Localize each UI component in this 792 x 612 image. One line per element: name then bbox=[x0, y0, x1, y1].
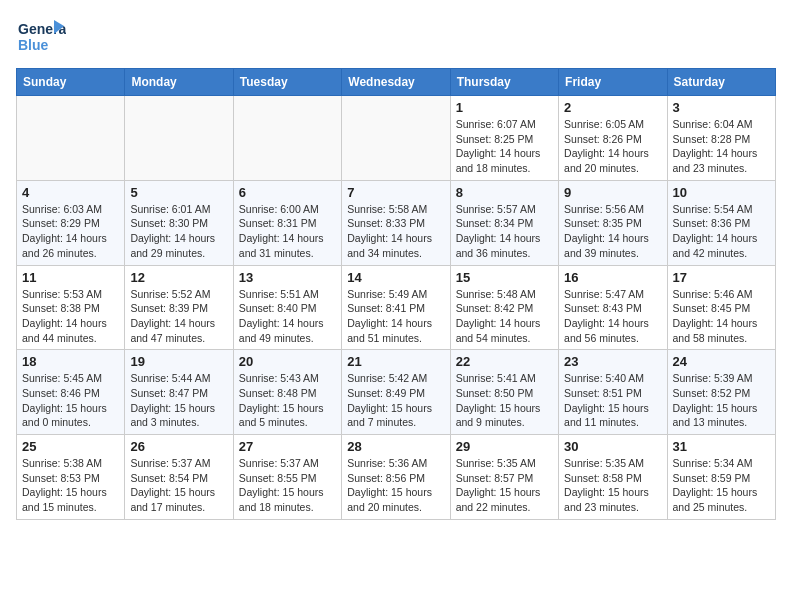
day-info: Sunrise: 6:03 AM Sunset: 8:29 PM Dayligh… bbox=[22, 202, 119, 261]
calendar-cell: 19Sunrise: 5:44 AM Sunset: 8:47 PM Dayli… bbox=[125, 350, 233, 435]
day-number: 27 bbox=[239, 439, 336, 454]
calendar-cell: 18Sunrise: 5:45 AM Sunset: 8:46 PM Dayli… bbox=[17, 350, 125, 435]
header-wednesday: Wednesday bbox=[342, 69, 450, 96]
calendar-cell: 14Sunrise: 5:49 AM Sunset: 8:41 PM Dayli… bbox=[342, 265, 450, 350]
day-info: Sunrise: 5:41 AM Sunset: 8:50 PM Dayligh… bbox=[456, 371, 553, 430]
calendar-cell: 21Sunrise: 5:42 AM Sunset: 8:49 PM Dayli… bbox=[342, 350, 450, 435]
day-info: Sunrise: 6:04 AM Sunset: 8:28 PM Dayligh… bbox=[673, 117, 770, 176]
calendar-cell: 4Sunrise: 6:03 AM Sunset: 8:29 PM Daylig… bbox=[17, 180, 125, 265]
week-row-2: 11Sunrise: 5:53 AM Sunset: 8:38 PM Dayli… bbox=[17, 265, 776, 350]
day-info: Sunrise: 6:00 AM Sunset: 8:31 PM Dayligh… bbox=[239, 202, 336, 261]
calendar-cell: 1Sunrise: 6:07 AM Sunset: 8:25 PM Daylig… bbox=[450, 96, 558, 181]
calendar-cell: 13Sunrise: 5:51 AM Sunset: 8:40 PM Dayli… bbox=[233, 265, 341, 350]
day-number: 17 bbox=[673, 270, 770, 285]
calendar-cell: 25Sunrise: 5:38 AM Sunset: 8:53 PM Dayli… bbox=[17, 435, 125, 520]
day-number: 19 bbox=[130, 354, 227, 369]
day-info: Sunrise: 5:45 AM Sunset: 8:46 PM Dayligh… bbox=[22, 371, 119, 430]
calendar-cell: 22Sunrise: 5:41 AM Sunset: 8:50 PM Dayli… bbox=[450, 350, 558, 435]
day-info: Sunrise: 5:48 AM Sunset: 8:42 PM Dayligh… bbox=[456, 287, 553, 346]
day-number: 3 bbox=[673, 100, 770, 115]
calendar-cell: 9Sunrise: 5:56 AM Sunset: 8:35 PM Daylig… bbox=[559, 180, 667, 265]
day-info: Sunrise: 5:42 AM Sunset: 8:49 PM Dayligh… bbox=[347, 371, 444, 430]
day-info: Sunrise: 5:56 AM Sunset: 8:35 PM Dayligh… bbox=[564, 202, 661, 261]
day-info: Sunrise: 5:58 AM Sunset: 8:33 PM Dayligh… bbox=[347, 202, 444, 261]
day-number: 24 bbox=[673, 354, 770, 369]
day-number: 15 bbox=[456, 270, 553, 285]
calendar-cell bbox=[125, 96, 233, 181]
day-info: Sunrise: 5:37 AM Sunset: 8:55 PM Dayligh… bbox=[239, 456, 336, 515]
calendar-cell: 28Sunrise: 5:36 AM Sunset: 8:56 PM Dayli… bbox=[342, 435, 450, 520]
calendar-cell: 5Sunrise: 6:01 AM Sunset: 8:30 PM Daylig… bbox=[125, 180, 233, 265]
header-row: SundayMondayTuesdayWednesdayThursdayFrid… bbox=[17, 69, 776, 96]
header-saturday: Saturday bbox=[667, 69, 775, 96]
day-info: Sunrise: 5:53 AM Sunset: 8:38 PM Dayligh… bbox=[22, 287, 119, 346]
header-sunday: Sunday bbox=[17, 69, 125, 96]
logo-icon: GeneralBlue bbox=[16, 16, 66, 58]
header-tuesday: Tuesday bbox=[233, 69, 341, 96]
day-info: Sunrise: 5:52 AM Sunset: 8:39 PM Dayligh… bbox=[130, 287, 227, 346]
day-info: Sunrise: 5:46 AM Sunset: 8:45 PM Dayligh… bbox=[673, 287, 770, 346]
header-thursday: Thursday bbox=[450, 69, 558, 96]
logo: GeneralBlue bbox=[16, 16, 66, 58]
calendar-cell bbox=[17, 96, 125, 181]
day-info: Sunrise: 5:39 AM Sunset: 8:52 PM Dayligh… bbox=[673, 371, 770, 430]
day-info: Sunrise: 5:37 AM Sunset: 8:54 PM Dayligh… bbox=[130, 456, 227, 515]
calendar-cell: 2Sunrise: 6:05 AM Sunset: 8:26 PM Daylig… bbox=[559, 96, 667, 181]
day-info: Sunrise: 5:38 AM Sunset: 8:53 PM Dayligh… bbox=[22, 456, 119, 515]
calendar-cell: 12Sunrise: 5:52 AM Sunset: 8:39 PM Dayli… bbox=[125, 265, 233, 350]
calendar-cell: 15Sunrise: 5:48 AM Sunset: 8:42 PM Dayli… bbox=[450, 265, 558, 350]
day-info: Sunrise: 5:51 AM Sunset: 8:40 PM Dayligh… bbox=[239, 287, 336, 346]
calendar-cell: 23Sunrise: 5:40 AM Sunset: 8:51 PM Dayli… bbox=[559, 350, 667, 435]
calendar-cell: 26Sunrise: 5:37 AM Sunset: 8:54 PM Dayli… bbox=[125, 435, 233, 520]
calendar-cell: 7Sunrise: 5:58 AM Sunset: 8:33 PM Daylig… bbox=[342, 180, 450, 265]
day-number: 22 bbox=[456, 354, 553, 369]
calendar-table: SundayMondayTuesdayWednesdayThursdayFrid… bbox=[16, 68, 776, 520]
day-number: 16 bbox=[564, 270, 661, 285]
calendar-cell: 24Sunrise: 5:39 AM Sunset: 8:52 PM Dayli… bbox=[667, 350, 775, 435]
day-number: 14 bbox=[347, 270, 444, 285]
week-row-0: 1Sunrise: 6:07 AM Sunset: 8:25 PM Daylig… bbox=[17, 96, 776, 181]
day-info: Sunrise: 6:05 AM Sunset: 8:26 PM Dayligh… bbox=[564, 117, 661, 176]
day-info: Sunrise: 5:49 AM Sunset: 8:41 PM Dayligh… bbox=[347, 287, 444, 346]
header-monday: Monday bbox=[125, 69, 233, 96]
day-number: 7 bbox=[347, 185, 444, 200]
day-info: Sunrise: 5:36 AM Sunset: 8:56 PM Dayligh… bbox=[347, 456, 444, 515]
calendar-cell: 16Sunrise: 5:47 AM Sunset: 8:43 PM Dayli… bbox=[559, 265, 667, 350]
page-header: GeneralBlue bbox=[16, 16, 776, 58]
calendar-cell bbox=[342, 96, 450, 181]
day-number: 8 bbox=[456, 185, 553, 200]
week-row-4: 25Sunrise: 5:38 AM Sunset: 8:53 PM Dayli… bbox=[17, 435, 776, 520]
day-number: 9 bbox=[564, 185, 661, 200]
day-number: 18 bbox=[22, 354, 119, 369]
day-info: Sunrise: 5:44 AM Sunset: 8:47 PM Dayligh… bbox=[130, 371, 227, 430]
day-number: 13 bbox=[239, 270, 336, 285]
week-row-3: 18Sunrise: 5:45 AM Sunset: 8:46 PM Dayli… bbox=[17, 350, 776, 435]
day-number: 11 bbox=[22, 270, 119, 285]
calendar-cell: 11Sunrise: 5:53 AM Sunset: 8:38 PM Dayli… bbox=[17, 265, 125, 350]
day-info: Sunrise: 5:35 AM Sunset: 8:58 PM Dayligh… bbox=[564, 456, 661, 515]
calendar-cell: 31Sunrise: 5:34 AM Sunset: 8:59 PM Dayli… bbox=[667, 435, 775, 520]
week-row-1: 4Sunrise: 6:03 AM Sunset: 8:29 PM Daylig… bbox=[17, 180, 776, 265]
day-number: 26 bbox=[130, 439, 227, 454]
day-info: Sunrise: 5:35 AM Sunset: 8:57 PM Dayligh… bbox=[456, 456, 553, 515]
day-number: 4 bbox=[22, 185, 119, 200]
day-info: Sunrise: 6:01 AM Sunset: 8:30 PM Dayligh… bbox=[130, 202, 227, 261]
day-number: 23 bbox=[564, 354, 661, 369]
calendar-cell bbox=[233, 96, 341, 181]
day-number: 21 bbox=[347, 354, 444, 369]
calendar-cell: 17Sunrise: 5:46 AM Sunset: 8:45 PM Dayli… bbox=[667, 265, 775, 350]
calendar-cell: 10Sunrise: 5:54 AM Sunset: 8:36 PM Dayli… bbox=[667, 180, 775, 265]
calendar-cell: 29Sunrise: 5:35 AM Sunset: 8:57 PM Dayli… bbox=[450, 435, 558, 520]
day-number: 25 bbox=[22, 439, 119, 454]
day-number: 29 bbox=[456, 439, 553, 454]
day-info: Sunrise: 5:43 AM Sunset: 8:48 PM Dayligh… bbox=[239, 371, 336, 430]
calendar-cell: 3Sunrise: 6:04 AM Sunset: 8:28 PM Daylig… bbox=[667, 96, 775, 181]
day-number: 10 bbox=[673, 185, 770, 200]
day-number: 12 bbox=[130, 270, 227, 285]
day-number: 28 bbox=[347, 439, 444, 454]
day-info: Sunrise: 5:40 AM Sunset: 8:51 PM Dayligh… bbox=[564, 371, 661, 430]
calendar-cell: 30Sunrise: 5:35 AM Sunset: 8:58 PM Dayli… bbox=[559, 435, 667, 520]
day-number: 5 bbox=[130, 185, 227, 200]
day-number: 30 bbox=[564, 439, 661, 454]
calendar-cell: 6Sunrise: 6:00 AM Sunset: 8:31 PM Daylig… bbox=[233, 180, 341, 265]
